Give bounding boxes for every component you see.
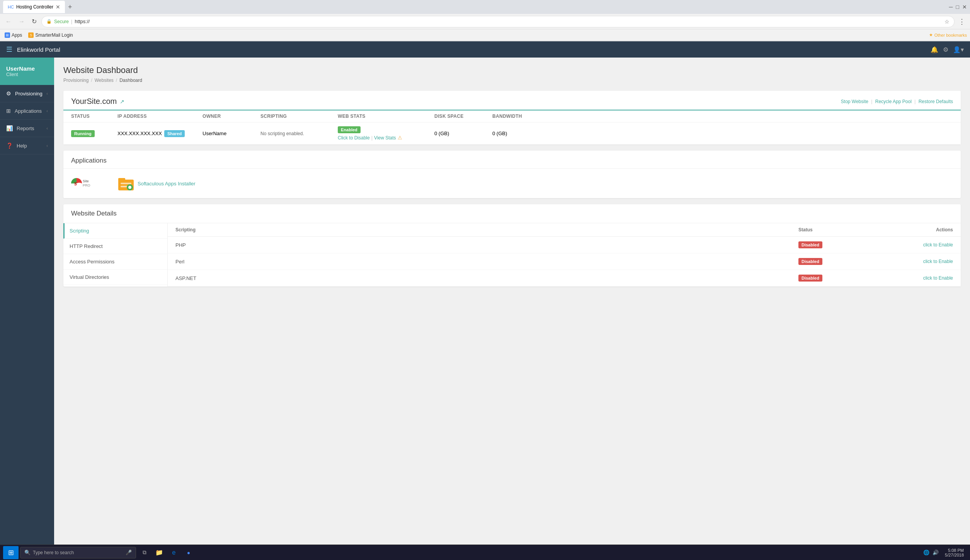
sidebar-item-reports[interactable]: 📊 Reports ‹: [0, 120, 54, 137]
nav-item-http-redirect[interactable]: HTTP Redirect: [63, 239, 167, 254]
scripting-col-status: Status: [798, 227, 876, 232]
svg-rect-12: [127, 187, 128, 188]
bookmark-star[interactable]: ☆: [944, 19, 950, 25]
details-nav: Scripting HTTP Redirect Access Permissio…: [63, 223, 168, 287]
refresh-button[interactable]: ↻: [29, 16, 39, 27]
app-container: ☰ Elinkworld Portal 🔔 ⚙ 👤▾ UserName Clie…: [0, 41, 970, 560]
browser-tab[interactable]: HC Hosting Controller ✕: [3, 1, 65, 13]
website-details-title: Website Details: [63, 204, 961, 223]
php-enable-link[interactable]: click to Enable: [876, 242, 953, 248]
user-menu-icon[interactable]: 👤▾: [953, 46, 964, 53]
owner-name: UserName: [203, 131, 226, 136]
main-layout: UserName Client ⚙ Provisioning ‹ ⊞ Appli…: [0, 58, 970, 560]
view-stats-link[interactable]: View Stats: [374, 135, 396, 141]
php-status: Disabled: [798, 241, 876, 248]
click-to-disable-link[interactable]: Click to Disable: [338, 135, 370, 141]
scripting-row-aspnet: ASP.NET Disabled click to Enable: [168, 270, 961, 287]
reports-label: Reports: [17, 126, 34, 131]
back-button[interactable]: ←: [3, 17, 14, 27]
softaculous-name[interactable]: Softaculous Apps Installer: [138, 181, 196, 187]
recycle-app-pool-link[interactable]: Recycle App Pool: [875, 99, 912, 104]
sidebar: UserName Client ⚙ Provisioning ‹ ⊞ Appli…: [0, 58, 54, 560]
svg-text:PRO: PRO: [83, 183, 90, 187]
scripting-nav-label: Scripting: [70, 228, 89, 234]
edge-button[interactable]: e: [167, 546, 181, 559]
bookmark-apps[interactable]: ⊞ Apps: [3, 32, 24, 39]
browser-bookmarks-bar: ⊞ Apps S SmarterMail Login ★ Other bookm…: [0, 29, 970, 41]
help-label: Help: [17, 143, 27, 149]
scripting-row-perl: Perl Disabled click to Enable: [168, 253, 961, 270]
url-text[interactable]: https://: [75, 19, 942, 24]
status-badge: Running: [71, 130, 95, 137]
perl-enable-link[interactable]: click to Enable: [876, 259, 953, 264]
applications-chevron: ‹: [46, 109, 48, 113]
clock-time: 5:08 PM: [948, 548, 964, 553]
task-view-button[interactable]: ⧉: [138, 546, 151, 559]
sidebar-item-reports-left: 📊 Reports: [6, 125, 34, 131]
breadcrumb-websites[interactable]: Websites: [95, 78, 114, 83]
sidebar-item-applications[interactable]: ⊞ Applications ‹: [0, 102, 54, 120]
address-bar[interactable]: 🔒 Secure | https:// ☆: [41, 16, 955, 27]
svg-rect-11: [129, 189, 130, 190]
provisioning-chevron: ‹: [46, 91, 48, 96]
site-name: YourSite.com: [71, 97, 117, 106]
virtual-directories-nav-label: Virtual Directories: [70, 274, 109, 280]
user-role: Client: [6, 72, 48, 77]
website-details-card: Website Details Scripting HTTP Redirect: [63, 204, 961, 287]
restore-defaults-link[interactable]: Restore Defaults: [919, 99, 953, 104]
file-explorer-icon: 📁: [155, 549, 163, 556]
chrome-button[interactable]: ●: [182, 546, 196, 559]
nav-item-scripting[interactable]: Scripting: [63, 223, 167, 239]
breadcrumb-sep-2: /: [116, 78, 117, 83]
network-icon[interactable]: 🌐: [923, 550, 929, 555]
forward-button[interactable]: →: [16, 17, 27, 27]
task-view-icon: ⧉: [143, 549, 146, 556]
taskbar-clock[interactable]: 5:08 PM 5/27/2018: [942, 548, 967, 557]
aspnet-status: Disabled: [798, 275, 876, 282]
maximize-button[interactable]: □: [956, 4, 959, 10]
nav-item-access-permissions[interactable]: Access Permissions: [63, 254, 167, 270]
volume-icon[interactable]: 🔊: [933, 550, 939, 555]
sidebar-item-provisioning[interactable]: ⚙ Provisioning ‹: [0, 85, 54, 102]
other-bookmarks[interactable]: ★ Other bookmarks: [929, 32, 967, 37]
svg-text:Site: Site: [83, 179, 89, 183]
bookmark-smartermail[interactable]: S SmarterMail Login: [27, 32, 74, 39]
new-tab-button[interactable]: +: [65, 3, 75, 11]
aspnet-enable-link[interactable]: click to Enable: [876, 275, 953, 281]
web-stats-cell: Enabled Click to Disable | View Stats ⚠: [338, 126, 434, 141]
browser-menu-icon[interactable]: ⋮: [957, 17, 967, 26]
sidebar-item-help[interactable]: ❓ Help ‹: [0, 137, 54, 154]
tab-title: Hosting Controller: [16, 4, 53, 10]
warning-icon: ⚠: [398, 135, 402, 141]
status-cell: Running: [71, 130, 117, 137]
php-name: PHP: [175, 242, 798, 248]
details-layout: Scripting HTTP Redirect Access Permissio…: [63, 223, 961, 287]
ip-type-badge: Shared: [164, 130, 185, 137]
browser-chrome: HC Hosting Controller ✕ + ─ □ ✕ ← → ↻ 🔒 …: [0, 0, 970, 41]
smartermail-favicon: S: [28, 32, 34, 38]
stop-website-link[interactable]: Stop Website: [841, 99, 868, 104]
tab-close-button[interactable]: ✕: [56, 4, 60, 10]
settings-icon[interactable]: ⚙: [943, 46, 948, 53]
softaculous-app[interactable]: Softaculous Apps Installer: [117, 175, 196, 192]
breadcrumb-provisioning[interactable]: Provisioning: [63, 78, 88, 83]
notification-bell-icon[interactable]: 🔔: [931, 46, 938, 53]
microphone-icon[interactable]: 🎤: [126, 550, 132, 555]
svg-text:S: S: [74, 182, 77, 186]
file-explorer-button[interactable]: 📁: [152, 546, 166, 559]
sitepro-app[interactable]: S Site PRO: [71, 176, 94, 191]
aspnet-status-badge: Disabled: [798, 275, 822, 282]
col-bandwidth: Bandwidth: [492, 114, 539, 119]
close-button[interactable]: ✕: [962, 4, 967, 10]
perl-status: Disabled: [798, 258, 876, 265]
start-button[interactable]: ⊞: [3, 546, 19, 559]
breadcrumb-dashboard: Dashboard: [119, 78, 142, 83]
external-link-icon[interactable]: ↗: [120, 98, 124, 105]
aspnet-name: ASP.NET: [175, 275, 798, 281]
provisioning-icon: ⚙: [6, 90, 11, 97]
edge-icon: e: [172, 549, 176, 556]
hamburger-icon[interactable]: ☰: [6, 45, 12, 54]
nav-item-virtual-directories[interactable]: Virtual Directories: [63, 270, 167, 285]
taskbar-search-box[interactable]: 🔍 Type here to search 🎤: [20, 547, 136, 558]
minimize-button[interactable]: ─: [949, 4, 953, 10]
